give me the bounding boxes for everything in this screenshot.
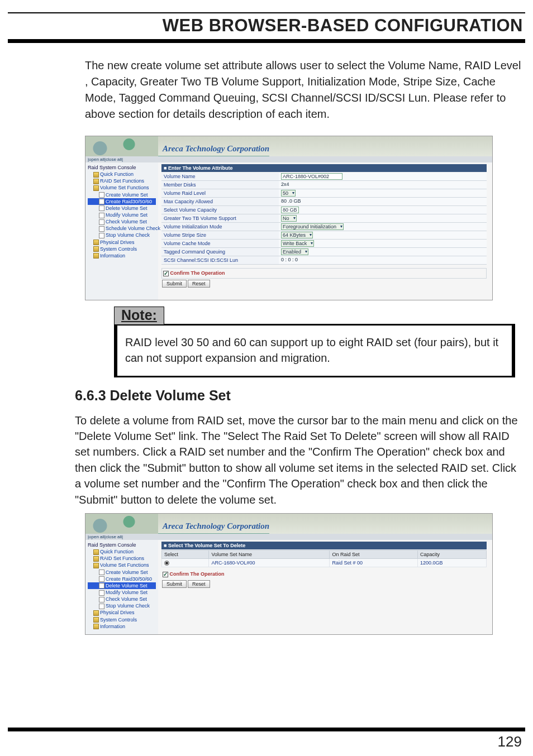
lbl-volume-name: Volume Name xyxy=(161,173,279,180)
lbl-cache-mode: Volume Cache Mode xyxy=(161,240,279,247)
submit-button-2[interactable]: Submit xyxy=(162,580,187,588)
tree-toolbar[interactable]: |open all|close all| xyxy=(85,156,492,162)
input-volume-name[interactable]: ARC-1880-VOL#002 xyxy=(281,173,342,180)
tree-schedule-volume-check[interactable]: Schedule Volume Check xyxy=(88,225,156,232)
val-member-disks: 2x4 xyxy=(279,181,487,189)
confirm-label: Confirm The Operation xyxy=(170,270,225,276)
confirm-label-2: Confirm The Operation xyxy=(170,571,225,577)
tree2-information[interactable]: Information xyxy=(88,623,156,630)
th-volname: Volume Set Name xyxy=(209,550,330,558)
tree-root-2[interactable]: Raid System Console xyxy=(88,542,156,548)
tree-create-volume-set[interactable]: Create Volume Set xyxy=(88,192,156,198)
lbl-select-capacity: Select Volume Capacity xyxy=(161,206,279,214)
corp-title-2: Areca Technology Corporation xyxy=(158,521,269,534)
tree2-volume-set-functions[interactable]: Volume Set Functions xyxy=(88,562,156,568)
tree-root[interactable]: Raid System Console xyxy=(88,164,156,171)
lbl-scsi: SCSI Channel:SCSI ID:SCSI Lun xyxy=(161,256,279,264)
radio-select-row[interactable] xyxy=(164,561,169,566)
screenshot-create-volume: Areca Technology Corporation |open all|c… xyxy=(85,136,493,300)
reset-button-2[interactable]: Reset xyxy=(188,580,210,588)
tree-create-raid305060[interactable]: Create Raid30/50/60 xyxy=(88,198,156,205)
reset-button[interactable]: Reset xyxy=(188,280,210,288)
page-title: WEB BROWSER-BASED CONFIGURATION xyxy=(8,15,525,39)
select-init-mode[interactable]: Foreground Initialization xyxy=(281,223,344,230)
select-stripe-size[interactable]: 64 KBytes xyxy=(281,232,313,238)
lbl-gt2tb: Greater Two TB Volume Support xyxy=(161,214,279,222)
tree-system-controls[interactable]: System Controls xyxy=(88,246,156,252)
tree2-check-volume-set[interactable]: Check Volume Set xyxy=(88,596,156,602)
tree2-system-controls[interactable]: System Controls xyxy=(88,616,156,623)
td-raidset: Raid Set # 00 xyxy=(330,558,418,567)
tree2-modify-volume-set[interactable]: Modify Volume Set xyxy=(88,589,156,596)
tree-quick-function[interactable]: Quick Function xyxy=(88,171,156,178)
tree2-stop-volume-check[interactable]: Stop Volume Check xyxy=(88,602,156,609)
panel-header-2: ■ Select The Volume Set To Delete xyxy=(161,542,487,549)
areca-logo xyxy=(85,136,158,156)
table-row[interactable]: ARC-1680-VOL#00 Raid Set # 00 1200.0GB xyxy=(162,558,487,567)
volume-table: Select Volume Set Name On Raid Set Capac… xyxy=(161,550,487,567)
rule-thin xyxy=(8,12,525,13)
tree-stop-volume-check[interactable]: Stop Volume Check xyxy=(88,232,156,238)
screenshot-delete-volume: Areca Technology Corporation |open all|c… xyxy=(85,513,493,635)
nav-tree-2[interactable]: Raid System Console Quick Function RAID … xyxy=(85,540,158,634)
section-paragraph: To delete a volume from RAID set, move t… xyxy=(8,408,525,510)
checkbox-confirm-2[interactable] xyxy=(163,572,168,577)
th-select: Select xyxy=(162,550,209,558)
note-box: Note: RAID level 30 50 and 60 can suppor… xyxy=(114,306,515,377)
td-volname: ARC-1680-VOL#00 xyxy=(209,558,330,567)
tree2-physical-drives[interactable]: Physical Drives xyxy=(88,609,156,616)
note-body: RAID level 30 50 and 60 can support up t… xyxy=(114,324,515,377)
th-raidset: On Raid Set xyxy=(330,550,418,558)
corp-title: Areca Technology Corporation xyxy=(158,144,269,156)
tree2-raid-set-functions[interactable]: RAID Set Functions xyxy=(88,555,156,562)
tree-information[interactable]: Information xyxy=(88,252,156,259)
select-raid-level[interactable]: 50 xyxy=(281,190,296,197)
tree-delete-volume-set[interactable]: Delete Volume Set xyxy=(88,205,156,212)
submit-button[interactable]: Submit xyxy=(162,280,187,288)
tree-raid-set-functions[interactable]: RAID Set Functions xyxy=(88,178,156,184)
select-cache-mode[interactable]: Write Back xyxy=(281,240,314,247)
section-heading: 6.6.3 Delete Volume Set xyxy=(8,377,525,408)
tree-volume-set-functions[interactable]: Volume Set Functions xyxy=(88,184,156,191)
rule-thick xyxy=(8,39,525,43)
tree2-quick-function[interactable]: Quick Function xyxy=(88,548,156,555)
tree-toolbar-2[interactable]: |open all|close all| xyxy=(85,534,492,540)
intro-paragraph: The new create volume set attribute allo… xyxy=(8,49,525,128)
lbl-max-capacity: Max Capacity Allowed xyxy=(161,198,279,205)
tree2-create-volume-set[interactable]: Create Volume Set xyxy=(88,569,156,576)
tree-modify-volume-set[interactable]: Modify Volume Set xyxy=(88,212,156,218)
checkbox-confirm[interactable] xyxy=(163,271,169,276)
lbl-member-disks: Member Disks xyxy=(161,181,279,189)
areca-logo-2 xyxy=(85,514,158,534)
lbl-stripe-size: Volume Stripe Size xyxy=(161,231,279,239)
th-capacity: Capacity xyxy=(418,550,487,558)
tree2-create-raid305060[interactable]: Create Raid30/50/60 xyxy=(88,576,156,582)
tree2-delete-volume-set[interactable]: Delete Volume Set xyxy=(88,582,156,589)
input-select-capacity[interactable]: 80 GB xyxy=(281,207,299,213)
tree-physical-drives[interactable]: Physical Drives xyxy=(88,239,156,246)
val-max-capacity: 80 .0 GB xyxy=(279,198,487,205)
nav-tree[interactable]: Raid System Console Quick Function RAID … xyxy=(85,162,158,300)
val-scsi[interactable]: 0 : 0 : 0 xyxy=(279,256,487,264)
lbl-tcq: Tagged Command Queuing xyxy=(161,248,279,256)
page-number: 129 xyxy=(498,733,522,750)
td-capacity: 1200.0GB xyxy=(418,558,487,567)
select-tcq[interactable]: Enabled xyxy=(281,248,308,255)
select-gt2tb[interactable]: No xyxy=(281,215,297,222)
footer-rule xyxy=(8,728,525,731)
lbl-raid-level: Volume Raid Level xyxy=(161,189,279,197)
note-heading: Note: xyxy=(121,307,157,323)
tree-check-volume-set[interactable]: Check Volume Set xyxy=(88,218,156,225)
panel-header: ■ Enter The Volume Attribute xyxy=(161,164,487,172)
lbl-init-mode: Volume Initialization Mode xyxy=(161,223,279,231)
